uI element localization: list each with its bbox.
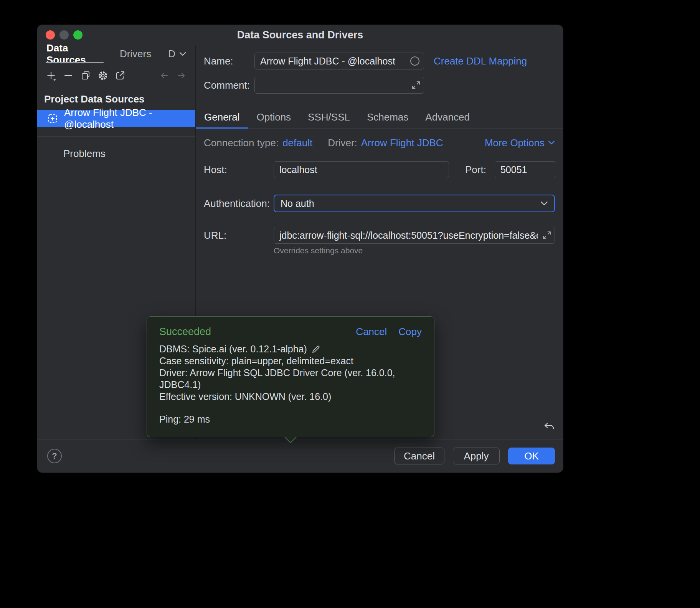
popup-cancel-link[interactable]: Cancel xyxy=(356,326,387,338)
edit-pencil-icon[interactable] xyxy=(311,344,321,354)
comment-input[interactable] xyxy=(254,77,424,94)
screenshot-canvas: Data Sources and Drivers Data Sources Dr… xyxy=(0,0,700,608)
name-label: Name: xyxy=(204,55,254,67)
traffic-lights xyxy=(46,30,83,40)
tab-overflow-label: D xyxy=(168,48,175,60)
status-succeeded: Succeeded xyxy=(159,326,211,338)
ok-button[interactable]: OK xyxy=(508,448,555,464)
problems-item[interactable]: Problems xyxy=(37,148,195,160)
url-label: URL: xyxy=(204,230,274,241)
url-input[interactable] xyxy=(274,227,555,244)
test-connection-popup: Succeeded Cancel Copy DBMS: Spice.ai (ve… xyxy=(147,316,434,437)
tab-advanced[interactable]: Advanced xyxy=(417,107,478,129)
tab-schemas[interactable]: Schemas xyxy=(358,107,417,129)
effective-version-line: Effective version: UNKNOWN (ver. 16.0) xyxy=(159,391,422,403)
datasource-item-label: Arrow Flight JDBC - @localhost xyxy=(64,107,195,131)
window-title: Data Sources and Drivers xyxy=(37,29,563,41)
tab-overflow[interactable]: D xyxy=(168,45,186,63)
apply-button[interactable]: Apply xyxy=(453,448,500,464)
chevron-down-icon xyxy=(179,52,186,56)
host-label: Host: xyxy=(204,164,274,176)
ping-line: Ping: 29 ms xyxy=(159,413,422,425)
remove-icon[interactable] xyxy=(63,70,74,81)
tab-drivers-label: Drivers xyxy=(120,48,151,60)
host-input[interactable] xyxy=(274,161,449,178)
name-field xyxy=(254,53,424,69)
comment-field xyxy=(254,77,424,94)
auth-select[interactable]: No auth xyxy=(274,195,555,212)
help-label: ? xyxy=(52,451,57,461)
zoom-window-button[interactable] xyxy=(73,30,83,40)
help-icon[interactable]: ? xyxy=(47,449,62,463)
export-icon[interactable] xyxy=(115,70,125,81)
url-hint: Overrides settings above xyxy=(274,246,563,255)
popup-header: Succeeded Cancel Copy xyxy=(159,326,422,338)
port-input[interactable] xyxy=(495,161,556,178)
forward-arrow-icon[interactable] xyxy=(176,70,187,81)
host-field xyxy=(274,161,449,178)
project-data-sources-header: Project Data Sources xyxy=(37,93,195,105)
dbms-line: DBMS: Spice.ai (ver. 0.12.1-alpha) xyxy=(159,343,422,355)
popup-copy-link[interactable]: Copy xyxy=(398,326,422,338)
dbms-line-text: DBMS: Spice.ai (ver. 0.12.1-alpha) xyxy=(159,343,307,355)
driver-line: Driver: Arrow Flight SQL JDBC Driver Cor… xyxy=(159,367,422,391)
datasource-list-item[interactable]: Arrow Flight JDBC - @localhost xyxy=(37,110,195,127)
auth-select-value: No auth xyxy=(281,198,314,209)
chevron-down-icon xyxy=(540,201,548,206)
add-icon[interactable] xyxy=(46,70,56,81)
minimize-window-button[interactable] xyxy=(59,30,69,40)
data-sources-dialog: Data Sources and Drivers Data Sources Dr… xyxy=(37,25,563,473)
dialog-footer: ? Cancel Apply OK xyxy=(37,439,563,473)
url-field xyxy=(274,227,555,244)
tab-general[interactable]: General xyxy=(196,107,248,129)
comment-label: Comment: xyxy=(204,79,254,91)
name-input[interactable] xyxy=(254,53,424,69)
connection-type-link[interactable]: default xyxy=(282,137,312,149)
tab-data-sources-label: Data Sources xyxy=(46,42,103,66)
sidebar-divider xyxy=(37,136,195,137)
tab-options[interactable]: Options xyxy=(248,107,300,129)
datasource-icon xyxy=(47,113,58,124)
back-arrow-icon[interactable] xyxy=(159,70,170,81)
case-sensitivity-line: Case sensitivity: plain=upper, delimited… xyxy=(159,355,422,367)
driver-link[interactable]: Arrow Flight JDBC xyxy=(361,137,443,149)
more-options-label: More Options xyxy=(485,137,545,149)
authentication-label: Authentication: xyxy=(204,198,274,210)
tab-drivers[interactable]: Drivers xyxy=(120,45,151,63)
close-window-button[interactable] xyxy=(46,30,55,40)
create-ddl-mapping-link[interactable]: Create DDL Mapping xyxy=(434,55,527,67)
sidebar-toolbar xyxy=(37,63,195,88)
tab-ssh-ssl[interactable]: SSH/SSL xyxy=(299,107,358,129)
connection-type-label: Connection type: xyxy=(204,137,279,149)
expand-icon[interactable] xyxy=(411,80,421,90)
port-label: Port: xyxy=(465,164,486,176)
revert-icon[interactable] xyxy=(543,421,555,433)
port-field xyxy=(495,161,556,178)
expand-icon[interactable] xyxy=(542,230,552,240)
form-tab-bar: General Options SSH/SSL Schemas Advanced xyxy=(196,107,563,129)
chevron-down-icon xyxy=(548,140,555,145)
settings-gear-icon[interactable] xyxy=(97,70,108,81)
tab-data-sources[interactable]: Data Sources xyxy=(46,45,103,63)
cancel-button[interactable]: Cancel xyxy=(394,448,444,464)
driver-label: Driver: xyxy=(328,137,357,149)
duplicate-icon[interactable] xyxy=(80,70,91,81)
more-options-link[interactable]: More Options xyxy=(485,137,555,149)
titlebar: Data Sources and Drivers xyxy=(37,25,563,45)
loading-circle-icon xyxy=(410,56,419,66)
sidebar-tab-bar: Data Sources Drivers D xyxy=(37,45,195,63)
